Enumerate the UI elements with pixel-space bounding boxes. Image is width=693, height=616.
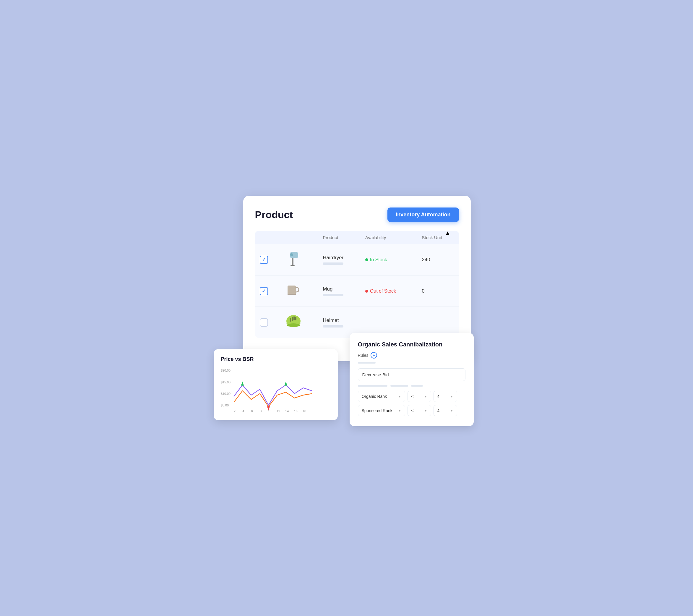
svg-text:$10.00: $10.00 xyxy=(221,392,231,396)
card-header: Product Inventory Automation ▲ xyxy=(255,207,459,222)
svg-rect-5 xyxy=(288,294,296,295)
product-table: Product Availability Stock Unit ✓ xyxy=(255,231,459,338)
mug-name: Mug xyxy=(323,286,356,292)
svg-text:16: 16 xyxy=(294,410,297,413)
mug-availability: Out of Stock xyxy=(365,289,412,294)
svg-rect-3 xyxy=(291,265,295,266)
chart-card: Price vs BSR $20.00 $15.00 $10.00 $5.00 … xyxy=(214,349,338,420)
mug-stock: 0 xyxy=(422,288,424,294)
value-chevron: ▼ xyxy=(450,395,453,398)
in-stock-dot xyxy=(365,258,368,261)
organic-rank-chevron: ▼ xyxy=(398,395,401,398)
organic-rank-value: 4 xyxy=(437,394,440,399)
svg-text:12: 12 xyxy=(276,410,280,413)
sponsored-rank-row: Sponsored Rank ▼ < ▼ 4 ▼ xyxy=(358,405,466,416)
organic-rank-value-select[interactable]: 4 ▼ xyxy=(434,391,457,402)
hairdryer-stock: 240 xyxy=(422,257,430,262)
hairdryer-availability: In Stock xyxy=(365,257,412,262)
rules-label-row: Rules + xyxy=(358,352,466,359)
svg-text:8: 8 xyxy=(260,410,261,413)
hairdryer-name: Hairdryer xyxy=(323,255,356,261)
svg-text:$20.00: $20.00 xyxy=(221,369,231,372)
checkmark-icon: ✓ xyxy=(262,288,266,294)
svg-text:6: 6 xyxy=(251,410,253,413)
page-title: Product xyxy=(255,209,293,220)
helmet-name-cell: Helmet xyxy=(323,317,356,327)
checkbox-mug[interactable]: ✓ xyxy=(260,287,268,295)
col-stock: Stock Unit xyxy=(417,231,459,244)
sponsored-rank-value: 4 xyxy=(437,408,440,413)
sponsored-rank-operator-select[interactable]: < ▼ xyxy=(408,405,431,416)
organic-rank-select[interactable]: Organic Rank ▼ xyxy=(358,391,405,402)
chart-marker-green-1 xyxy=(241,382,244,386)
rules-bar xyxy=(358,362,376,363)
chart-title: Price vs BSR xyxy=(221,356,331,362)
sponsored-rank-operator: < xyxy=(411,408,414,413)
svg-rect-11 xyxy=(295,317,296,320)
svg-rect-9 xyxy=(292,317,293,321)
filter-bar-2 xyxy=(390,385,408,386)
checkbox-hairdryer[interactable]: ✓ xyxy=(260,256,268,264)
product-image-hairdryer xyxy=(284,250,301,269)
product-image-helmet xyxy=(284,312,302,331)
sponsored-value-chevron: ▼ xyxy=(450,409,453,412)
filter-bar-1 xyxy=(358,385,388,386)
table-row: ✓ Mug xyxy=(255,276,459,307)
col-availability: Availability xyxy=(360,231,417,244)
mug-bar xyxy=(323,294,343,296)
svg-point-1 xyxy=(290,253,293,256)
operator-chevron: ▼ xyxy=(424,395,427,398)
organic-rank-row: Organic Rank ▼ < ▼ 4 ▼ xyxy=(358,391,466,402)
svg-rect-4 xyxy=(288,285,296,295)
hairdryer-name-cell: Hairdryer xyxy=(323,255,356,265)
sponsored-operator-chevron: ▼ xyxy=(424,409,427,412)
helmet-bar xyxy=(323,325,343,327)
svg-rect-2 xyxy=(292,258,294,266)
sponsored-rank-chevron: ▼ xyxy=(398,409,401,412)
svg-text:4: 4 xyxy=(242,410,244,413)
hairdryer-bar xyxy=(323,262,343,265)
chart-marker-green-2 xyxy=(284,382,287,386)
svg-text:$15.00: $15.00 xyxy=(221,380,231,384)
organic-sales-card: Organic Sales Cannibalization Rules + Or… xyxy=(350,333,474,426)
out-of-stock-dot xyxy=(365,290,368,293)
checkbox-helmet[interactable] xyxy=(260,318,268,326)
price-bsr-chart: $20.00 $15.00 $10.00 $5.00 2 4 6 8 10 12… xyxy=(221,367,331,414)
checkmark-icon: ✓ xyxy=(262,257,266,262)
svg-rect-10 xyxy=(294,316,295,320)
svg-text:14: 14 xyxy=(285,410,289,413)
svg-text:2: 2 xyxy=(234,410,236,413)
organic-title: Organic Sales Cannibalization xyxy=(358,341,466,348)
table-row: ✓ xyxy=(255,244,459,276)
filter-bar-3 xyxy=(411,385,423,386)
svg-rect-8 xyxy=(290,318,291,322)
sponsored-rank-select[interactable]: Sponsored Rank ▼ xyxy=(358,405,405,416)
chart-area: $20.00 $15.00 $10.00 $5.00 2 4 6 8 10 12… xyxy=(221,367,331,414)
col-checkbox xyxy=(255,231,280,244)
organic-rank-label: Organic Rank xyxy=(362,394,387,399)
mug-name-cell: Mug xyxy=(323,286,356,296)
rules-text: Rules xyxy=(358,353,369,358)
add-rule-button[interactable]: + xyxy=(371,352,377,359)
col-image xyxy=(280,231,318,244)
sponsored-rank-label: Sponsored Rank xyxy=(362,408,393,413)
decrease-bid-input[interactable] xyxy=(358,368,466,381)
inventory-automation-button[interactable]: Inventory Automation xyxy=(388,207,459,222)
col-product: Product xyxy=(318,231,360,244)
svg-text:18: 18 xyxy=(303,410,306,413)
organic-rank-operator-select[interactable]: < ▼ xyxy=(408,391,431,402)
filter-bars xyxy=(358,385,466,386)
helmet-name: Helmet xyxy=(323,317,356,323)
organic-rank-operator: < xyxy=(411,394,414,399)
sponsored-rank-value-select[interactable]: 4 ▼ xyxy=(434,405,457,416)
product-image-mug xyxy=(284,281,301,300)
scene: Product Inventory Automation ▲ Product A… xyxy=(214,187,480,429)
svg-text:$5.00: $5.00 xyxy=(221,403,229,407)
